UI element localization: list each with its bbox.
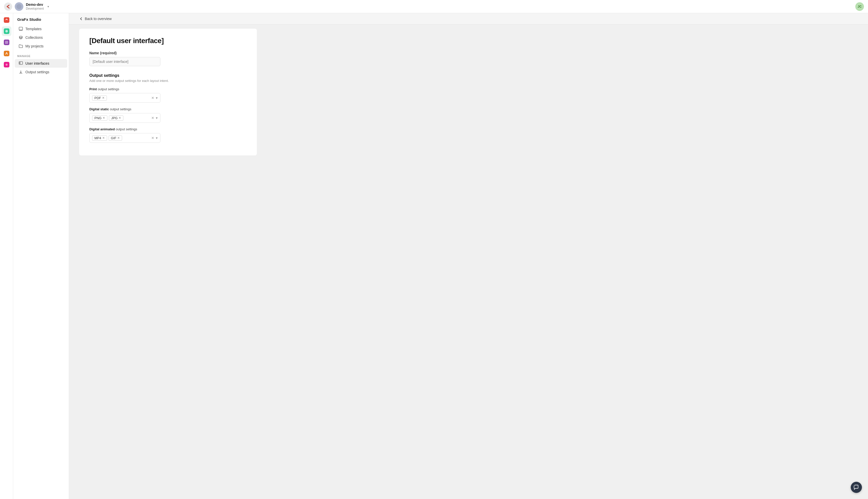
- chevron-down-icon: ▾: [47, 5, 49, 8]
- icon-sidebar: [0, 13, 13, 499]
- jpg-tag: JPG ✕: [109, 115, 123, 121]
- digital-static-clear-btn[interactable]: ✕: [151, 116, 154, 120]
- chat-bubble[interactable]: [851, 482, 862, 493]
- digital-animated-output-group: Digital animated output settings MP4 ✕ G…: [90, 127, 247, 143]
- back-to-overview-label: Back to overview: [85, 17, 112, 21]
- download-icon: [19, 70, 23, 74]
- mp4-tag-label: MP4: [94, 136, 101, 140]
- sidebar-item-output-settings[interactable]: Output settings: [15, 68, 67, 76]
- sidebar-item-output-settings-label: Output settings: [25, 70, 49, 74]
- sidebar-item-collections[interactable]: Collections: [15, 33, 67, 42]
- mp4-tag: MP4 ✕: [92, 135, 107, 141]
- workspace-env: Development: [26, 7, 44, 10]
- sidebar-icon-teal[interactable]: [2, 26, 11, 36]
- content-area: Back to overview [Default user interface…: [69, 13, 868, 499]
- workspace-info[interactable]: Demo-dev Development: [26, 2, 44, 10]
- main-card: [Default user interface] Name (required)…: [79, 29, 257, 156]
- svg-point-0: [4, 2, 12, 11]
- digital-static-dropdown-btn[interactable]: ▾: [156, 116, 158, 120]
- pdf-tag-label: PDF: [94, 96, 101, 100]
- svg-rect-10: [19, 27, 23, 30]
- print-clear-btn[interactable]: ✕: [151, 96, 154, 100]
- png-tag-remove[interactable]: ✕: [103, 117, 105, 119]
- sidebar-item-templates-label: Templates: [25, 27, 41, 31]
- page-title: [Default user interface]: [90, 37, 247, 45]
- sidebar-item-templates[interactable]: Templates: [15, 25, 67, 33]
- digital-animated-group-label: Digital animated output settings: [90, 127, 247, 131]
- chat-icon: [854, 485, 859, 490]
- print-output-group: Print output settings PDF ✕ ✕ ▾: [90, 87, 247, 103]
- svg-point-9: [5, 64, 8, 66]
- sidebar-item-user-interfaces-label: User interfaces: [25, 61, 49, 65]
- topbar: Demo-dev Development ▾ JC: [0, 0, 868, 13]
- pdf-tag-remove[interactable]: ✕: [102, 96, 105, 99]
- svg-point-1: [16, 4, 22, 9]
- digital-animated-clear-btn[interactable]: ✕: [151, 136, 154, 140]
- digital-static-controls: ✕ ▾: [151, 116, 158, 120]
- print-label-rest: output settings: [97, 87, 119, 91]
- digital-static-label-bold: Digital static: [90, 107, 109, 111]
- output-settings-title: Output settings: [90, 73, 247, 78]
- output-settings-desc: Add one or more output settings for each…: [90, 79, 247, 83]
- sidebar-icon-red[interactable]: [2, 15, 11, 25]
- digital-animated-label-bold: Digital animated: [90, 127, 115, 131]
- print-dropdown-btn[interactable]: ▾: [156, 96, 158, 100]
- back-to-overview-link[interactable]: Back to overview: [79, 17, 112, 21]
- jpg-tag-remove[interactable]: ✕: [119, 117, 121, 119]
- gif-tag-label: GIF: [111, 136, 117, 140]
- digital-static-output-group: Digital static output settings PNG ✕ JPG…: [90, 107, 247, 123]
- sidebar-icon-pink[interactable]: [2, 60, 11, 70]
- sidebar-item-my-projects[interactable]: My projects: [15, 42, 67, 50]
- name-input[interactable]: [90, 57, 160, 66]
- digital-animated-controls: ✕ ▾: [151, 136, 158, 140]
- print-controls: ✕ ▾: [151, 96, 158, 100]
- templates-icon: [19, 27, 23, 31]
- digital-animated-dropdown-btn[interactable]: ▾: [156, 136, 158, 140]
- arrow-left-icon: [79, 17, 83, 21]
- print-tag-input[interactable]: PDF ✕ ✕ ▾: [90, 93, 160, 103]
- sidebar-icon-orange[interactable]: [2, 49, 11, 58]
- back-bar: Back to overview: [69, 13, 868, 25]
- print-label-bold: Print: [90, 87, 97, 91]
- workspace-name: Demo-dev: [26, 2, 44, 7]
- mp4-tag-remove[interactable]: ✕: [102, 136, 105, 139]
- digital-animated-label-rest: output settings: [115, 127, 137, 131]
- pdf-tag: PDF ✕: [92, 95, 107, 101]
- digital-static-label-rest: output settings: [109, 107, 131, 111]
- digital-static-tag-input[interactable]: PNG ✕ JPG ✕ ✕ ▾: [90, 113, 160, 123]
- logo-icon: [4, 2, 12, 11]
- user-interfaces-icon: [19, 61, 23, 65]
- workspace-avatar: [15, 2, 23, 11]
- svg-point-4: [5, 30, 8, 33]
- svg-point-12: [19, 36, 22, 37]
- gif-tag: GIF ✕: [109, 135, 122, 141]
- sidebar-item-my-projects-label: My projects: [25, 44, 44, 48]
- name-field-label: Name (required): [90, 51, 247, 55]
- collections-icon: [19, 36, 23, 39]
- gif-tag-remove[interactable]: ✕: [117, 136, 120, 139]
- main-layout: GraFx Studio Templates Collections My pr…: [0, 13, 868, 499]
- digital-animated-tag-input[interactable]: MP4 ✕ GIF ✕ ✕ ▾: [90, 133, 160, 143]
- nav-sidebar: GraFx Studio Templates Collections My pr…: [13, 13, 69, 499]
- topbar-left: Demo-dev Development ▾: [4, 2, 49, 11]
- sidebar-icon-purple[interactable]: [2, 37, 11, 47]
- svg-rect-6: [5, 41, 8, 44]
- jpg-tag-label: JPG: [111, 116, 118, 120]
- print-group-label: Print output settings: [90, 87, 247, 91]
- svg-rect-2: [4, 17, 9, 23]
- sidebar-item-collections-label: Collections: [25, 36, 43, 39]
- svg-rect-7: [4, 51, 9, 56]
- user-avatar[interactable]: JC: [855, 2, 864, 11]
- sidebar-item-user-interfaces[interactable]: User interfaces: [15, 59, 67, 68]
- png-tag-label: PNG: [94, 116, 102, 120]
- png-tag: PNG ✕: [92, 115, 107, 121]
- sidebar-title: GraFx Studio: [13, 17, 69, 25]
- folder-icon: [19, 44, 23, 48]
- digital-static-group-label: Digital static output settings: [90, 107, 247, 111]
- manage-label: MANAGE: [13, 50, 69, 59]
- svg-rect-13: [19, 62, 23, 64]
